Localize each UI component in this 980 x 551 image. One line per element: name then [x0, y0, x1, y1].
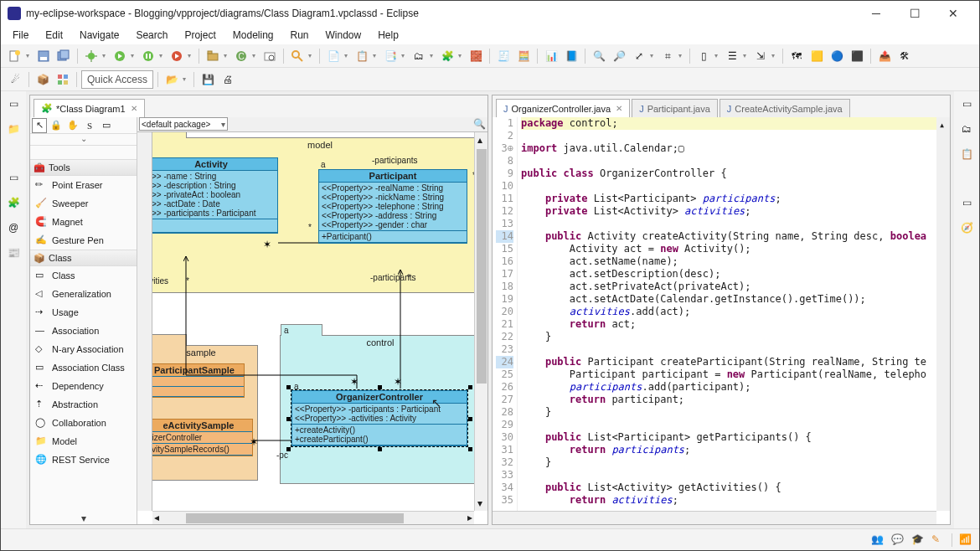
tab-java[interactable]: JOrganizerController.java✕ — [496, 99, 630, 117]
lock-tool-icon[interactable]: 🔒 — [49, 118, 64, 133]
new-class-icon[interactable]: C — [232, 47, 250, 65]
toolbar-icon[interactable]: 📄 — [324, 47, 343, 65]
toolbar-icon[interactable]: 🛠 — [895, 47, 914, 65]
code-area[interactable]: package control; import java.util.Calend… — [518, 117, 950, 524]
scrollbar-horizontal[interactable] — [493, 511, 936, 524]
tab-java[interactable]: JParticipant.java — [632, 99, 718, 117]
palette-class-item[interactable]: 🌐REST Service — [30, 451, 137, 469]
view-icon[interactable]: 🗂 — [957, 120, 976, 138]
palette-class-item[interactable]: ◯Collaboration — [30, 414, 137, 432]
restore-view-icon[interactable]: ▭ — [4, 168, 23, 187]
palette-tool[interactable]: ✍Gesture Pen — [30, 231, 137, 250]
view-icon[interactable]: 🧭 — [957, 219, 976, 237]
debug-icon[interactable] — [82, 47, 101, 65]
align-icon[interactable]: ▯ — [694, 47, 713, 65]
search-icon[interactable] — [288, 47, 307, 65]
distribute-icon[interactable]: ☰ — [723, 47, 741, 65]
toolbar-icon[interactable]: 📘 — [562, 47, 580, 65]
view-icon[interactable]: @ — [4, 219, 23, 237]
view-icon[interactable]: 📁 — [4, 120, 23, 138]
open-type-icon[interactable] — [260, 47, 279, 65]
more-icon[interactable]: ▾ — [30, 512, 137, 524]
class-participant-sample[interactable]: ParticipantSample — [152, 363, 245, 398]
palette-tool[interactable]: ✏Point Eraser — [30, 176, 137, 194]
zoom-fit-icon[interactable]: ⤢ — [630, 47, 648, 65]
toolbar-icon[interactable]: 📊 — [542, 47, 560, 65]
coverage-icon[interactable] — [139, 47, 157, 65]
perspective-icon[interactable]: ☄ — [6, 70, 24, 89]
menu-navigate[interactable]: Navigate — [71, 27, 127, 44]
palette-tools-header[interactable]: 🧰Tools — [30, 159, 137, 176]
view-icon[interactable]: 📋 — [957, 145, 976, 163]
palette-class-item[interactable]: ⇢Usage — [30, 303, 137, 322]
menu-modeling[interactable]: Modeling — [224, 27, 282, 44]
tab-java[interactable]: JCreateActivitySample.java — [720, 99, 850, 117]
restore-view-icon[interactable]: ▭ — [957, 95, 976, 113]
restore-view-icon[interactable]: ▭ — [4, 95, 23, 113]
toolbar-icon[interactable]: 🗺 — [787, 47, 806, 65]
status-icon[interactable]: 🎓 — [911, 533, 925, 547]
toolbar-icon[interactable]: 🧮 — [514, 47, 533, 65]
palette-class-item[interactable]: 📁Model — [30, 432, 137, 451]
perspective-icon[interactable]: 📦 — [34, 70, 52, 89]
menu-file[interactable]: File — [4, 27, 37, 44]
save-icon[interactable] — [34, 47, 53, 65]
palette-class-item[interactable]: ⇡Abstraction — [30, 395, 137, 414]
minimize-button[interactable]: ─ — [857, 1, 895, 26]
perspective-icon[interactable] — [54, 70, 72, 89]
ext-tools-icon[interactable] — [168, 47, 186, 65]
close-tab-icon[interactable]: ✕ — [616, 104, 622, 113]
s-tool-icon[interactable]: S — [82, 118, 97, 133]
class-organizer-controller[interactable]: a OrganizerController <<Property>> -part… — [291, 390, 467, 446]
palette-class-item[interactable]: ▭Association Class — [30, 358, 137, 377]
cursor-tool-icon[interactable]: ↖ — [32, 118, 47, 133]
collapse-icon[interactable]: ⌄ — [30, 134, 137, 146]
open-perspective-icon[interactable]: 📂 — [162, 70, 181, 89]
palette-class-item[interactable]: ◁Generalization — [30, 285, 137, 303]
palette-class-item[interactable]: —Association — [30, 322, 137, 340]
close-tab-icon[interactable]: ✕ — [131, 104, 137, 113]
toolbar-icon[interactable]: 🧩 — [438, 47, 456, 65]
diagram-canvas[interactable]: <default package> 🔍 model — [137, 117, 487, 524]
palette-class-header[interactable]: 📦Class — [30, 250, 137, 266]
menu-help[interactable]: Help — [369, 27, 407, 44]
class-create-activity-sample[interactable]: eActivitySample nizerController tivitySa… — [152, 419, 253, 456]
new-package-icon[interactable] — [204, 47, 222, 65]
zoom-100-icon[interactable]: ⌗ — [658, 47, 677, 65]
palette-class-item[interactable]: ◇N-ary Association — [30, 340, 137, 358]
toolbar-icon[interactable]: 🧾 — [494, 47, 513, 65]
line-tool-icon[interactable]: ▭ — [99, 118, 114, 133]
menu-window[interactable]: Window — [317, 27, 370, 44]
scrollbar-horizontal[interactable]: ◂▸ — [152, 511, 474, 524]
status-icon[interactable]: 👥 — [871, 533, 885, 547]
palette-tool[interactable]: 🧹Sweeper — [30, 194, 137, 213]
scrollbar-vertical[interactable]: ▴ — [936, 117, 950, 511]
status-icon[interactable]: 💬 — [891, 533, 905, 547]
toolbar-icon[interactable]: 🗂 — [410, 47, 428, 65]
status-icon[interactable]: ✎ — [931, 533, 945, 547]
palette-tool[interactable]: 🧲Magnet — [30, 213, 137, 231]
palette-class-item[interactable]: ⇠Dependency — [30, 377, 137, 395]
class-activity[interactable]: Activity y>> -name : Stringy>> -descript… — [152, 157, 278, 234]
tab-class-diagram[interactable]: 🧩 *Class Diagram1 ✕ — [34, 99, 145, 117]
view-icon[interactable]: 📰 — [4, 244, 23, 262]
menu-search[interactable]: Search — [127, 27, 176, 44]
menu-edit[interactable]: Edit — [37, 27, 71, 44]
rss-icon[interactable]: 📶 — [959, 533, 972, 547]
save-icon[interactable]: 💾 — [199, 70, 217, 89]
pan-tool-icon[interactable]: ✋ — [65, 118, 80, 133]
zoom-in-icon[interactable]: 🔍 — [590, 47, 608, 65]
toolbar-icon[interactable]: 📤 — [875, 47, 894, 65]
toolbar-icon[interactable]: 📑 — [381, 47, 400, 65]
toolbar-icon[interactable]: 🧱 — [467, 47, 485, 65]
class-participant[interactable]: a Participant <<Property>> -realName : S… — [318, 169, 467, 244]
toolbar-icon[interactable]: 🟨 — [807, 47, 826, 65]
resize-icon[interactable]: ⇲ — [751, 47, 770, 65]
restore-view-icon[interactable]: ▭ — [957, 193, 976, 212]
toolbar-icon[interactable]: 🔵 — [828, 47, 846, 65]
menu-run[interactable]: Run — [282, 27, 317, 44]
quick-access[interactable]: Quick Access — [81, 70, 153, 89]
scrollbar-vertical[interactable]: ▴▾ — [474, 132, 487, 511]
new-icon[interactable] — [6, 47, 24, 65]
maximize-button[interactable]: ☐ — [895, 1, 934, 26]
